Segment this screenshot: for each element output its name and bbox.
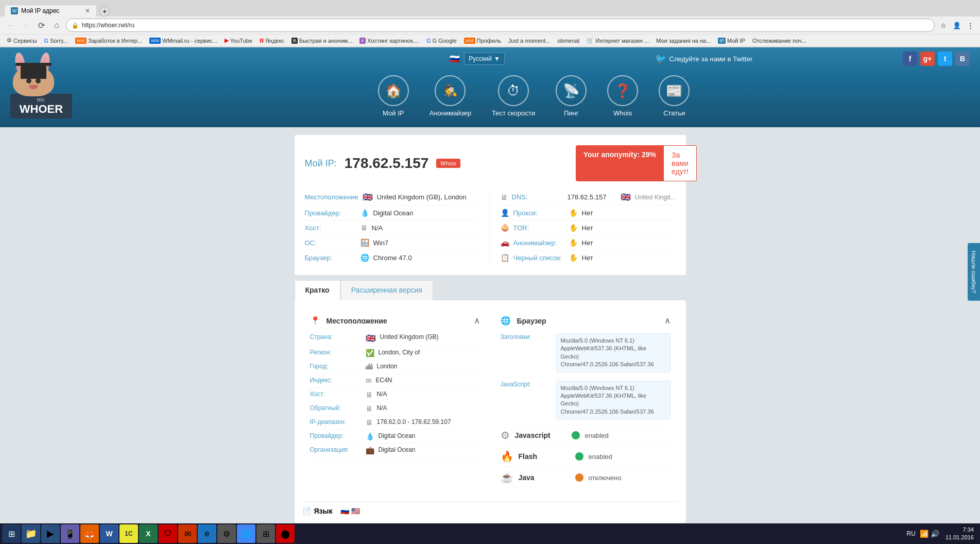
host-icon: 🖥 (360, 224, 368, 232)
org-key: Организация: (310, 446, 362, 453)
bookmark-sorry[interactable]: G Sorry... (42, 37, 71, 44)
nav-ping[interactable]: 📡 Пинг (556, 75, 587, 117)
bookmark-zarabotok[interactable]: WM Заработок в Интер... (73, 37, 145, 44)
bookmark-youtube[interactable]: ▶ YouTube (222, 37, 255, 44)
forward-btn[interactable]: → (20, 19, 32, 31)
ip-address: 178.62.5.157 (345, 155, 429, 172)
city-icon: 🏙 (366, 363, 373, 371)
whois-button[interactable]: Whois (436, 159, 460, 168)
bookmark-obmenat[interactable]: obmenat (555, 37, 582, 44)
twitter-follow[interactable]: 🐦 Следуйте за нами в Twitter (655, 53, 753, 64)
taskbar-firefox-icon[interactable]: 🦊 (80, 524, 99, 543)
nav-speed[interactable]: ⏱ Тест скорости (492, 75, 535, 117)
lang-selector[interactable]: Русский ▼ (464, 53, 504, 65)
taskbar-ie-icon[interactable]: e (198, 524, 216, 543)
settings-gear-icon: ⚙ (223, 529, 230, 539)
info-dns: 🖥 DNS: 178.62.5.157 🇬🇧 United Kingd... (501, 189, 676, 206)
back-btn[interactable]: ← (4, 19, 16, 31)
bookmark-ya-label: Яндекс (265, 38, 284, 44)
browser-collapse-icon[interactable]: ∧ (664, 316, 670, 326)
logo-area: mr. WHOER (10, 53, 72, 118)
active-tab[interactable]: W Мой IP адрес ✕ (4, 5, 97, 16)
location-collapse-icon[interactable]: ∧ (474, 316, 480, 326)
info-grid: Местоположение 🇬🇧 United Kingdom (GB), L… (305, 189, 676, 265)
tor-key: TOR: (513, 224, 565, 232)
us-lang-flag-icon: 🇺🇸 (351, 507, 360, 515)
tab-close-btn[interactable]: ✕ (85, 7, 90, 14)
bookmark-profil[interactable]: WM Профиль (461, 37, 504, 44)
location-pin-icon: 📍 (310, 316, 320, 326)
taskbar-mail-icon[interactable]: ✉ (178, 524, 197, 543)
loc-provider-icon: 💧 (366, 432, 374, 440)
country-flag-icon: 🇬🇧 (366, 333, 376, 343)
taskbar-viber-icon[interactable]: 📱 (61, 524, 79, 543)
tab-extended[interactable]: Расширенная версия (340, 280, 433, 300)
headers-key: Заголовки: (501, 333, 552, 341)
vk-icon[interactable]: B (955, 52, 970, 66)
settings-icon[interactable]: ⋮ (965, 20, 976, 31)
bookmark-myip[interactable]: IP Мой IP (715, 37, 748, 44)
taskbar-word-icon[interactable]: W (100, 524, 118, 543)
feedback-btn[interactable]: Нашли ошибку? (968, 243, 980, 301)
chrome-icon: 🌐 (241, 529, 251, 539)
address-bar[interactable]: 🔒 https://whoer.net/ru (66, 19, 935, 32)
bookmark-internet[interactable]: 🛒 Интернет магазин ... (584, 37, 651, 44)
bookmark-fast-icon: B (291, 38, 298, 44)
nav-speed-label: Тест скорости (492, 109, 535, 117)
lang-title: 📄 Язык 🇷🇺 🇺🇸 (302, 507, 678, 515)
browser-icon: 🌐 (360, 253, 369, 262)
org-val: Digital Ocean (379, 446, 416, 453)
anon-no-icon: ✋ (569, 239, 578, 247)
nav-myip[interactable]: 🏠 Мой IP (378, 75, 409, 117)
taskbar-excel-icon[interactable]: X (139, 524, 158, 543)
network-icon: 📶 (920, 530, 929, 538)
nav-anon-icon: 🕵️ (435, 75, 466, 106)
loc-zip-row: Индекс: ✉ EC4N (310, 374, 480, 388)
clock-date: 11.01.2016 (945, 534, 974, 541)
dns-country: United Kingd... (635, 194, 676, 201)
bookmark-wmmail[interactable]: WM WMmail.ru - сервис... (147, 37, 220, 44)
taskbar-1c-icon[interactable]: 1C (119, 524, 138, 543)
bookmark-zadania[interactable]: Мои задания на на... (654, 37, 713, 44)
proxy-val: Нет (582, 209, 593, 217)
home-btn[interactable]: ⌂ (50, 19, 63, 31)
loc-host-key: Хост: (310, 390, 362, 398)
taskbar-icons: ⊞ 📁 ▶ 📱 🦊 W 1C X 🛡 ✉ e (2, 524, 905, 543)
anonymity-bar: Your anonymity: 29% (576, 145, 664, 181)
bookmark-hosting[interactable]: K Хостинг картинок,... (357, 37, 422, 44)
taskbar-apps-icon[interactable]: ⊞ (256, 524, 275, 543)
googleplus-icon[interactable]: g+ (920, 52, 935, 66)
js-key: JavaScript: (501, 381, 552, 388)
bookmark-otslezh[interactable]: Отслеживание поч... (750, 37, 809, 44)
taskbar-chrome-icon[interactable]: 🌐 (237, 524, 255, 543)
new-tab-btn[interactable]: + (99, 6, 110, 16)
taskbar-files-icon[interactable]: 📁 (22, 524, 40, 543)
js-val: Mozilla/5.0 (Windows NT 6.1) AppleWebKit… (556, 381, 670, 420)
bookmark-google[interactable]: G G Google (424, 37, 459, 44)
facebook-icon[interactable]: f (903, 52, 917, 66)
user-icon[interactable]: 👤 (951, 20, 962, 31)
nav-anon[interactable]: 🕵️ Анонимайзер (429, 75, 471, 117)
rabbit-nose (29, 85, 38, 89)
bookmark-moment[interactable]: Just a moment... (506, 37, 553, 44)
info-proxy: 👤 Прокси: ✋ Нет (501, 206, 676, 220)
taskbar-antivirus-icon[interactable]: 🛡 (159, 524, 177, 543)
star-icon[interactable]: ☆ (938, 20, 949, 31)
region-icon: ✅ (366, 349, 374, 357)
nav-whois[interactable]: ❓ Whois (607, 75, 638, 117)
twitter-social-icon[interactable]: t (938, 52, 952, 66)
taskbar-media-icon[interactable]: ▶ (41, 524, 60, 543)
bookmark-yandex[interactable]: Я Яндекс (257, 37, 287, 44)
nav-articles[interactable]: 📰 Статьи (659, 75, 690, 117)
twitter-icon: 🐦 (655, 53, 666, 64)
reload-btn[interactable]: ⟳ (35, 19, 47, 31)
tab-kratko[interactable]: Кратко (295, 280, 340, 300)
location-val: United Kingdom (GB), London (377, 193, 467, 201)
bookmark-servisy[interactable]: ⚙ Сервисы (4, 37, 40, 44)
taskbar-settings-icon[interactable]: ⚙ (217, 524, 236, 543)
tab-favicon: W (11, 7, 18, 14)
start-button[interactable]: ⊞ (2, 524, 21, 543)
bookmark-fast[interactable]: B Быстрая и аноним... (289, 37, 355, 44)
two-col-detail: 📍 Местоположение ∧ Страна: 🇬🇧 United Kin… (302, 308, 678, 496)
taskbar-red-icon[interactable]: ⬤ (276, 524, 295, 543)
